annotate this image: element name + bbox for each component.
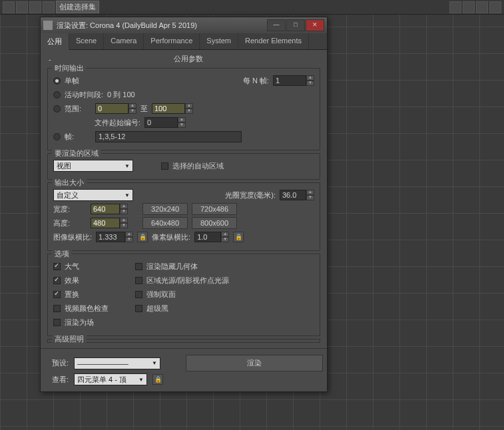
tab-common[interactable]: 公用 [41, 33, 69, 50]
label-width: 宽度: [53, 204, 87, 214]
aperture-input[interactable] [280, 190, 306, 200]
toolbar-button[interactable] [476, 1, 488, 13]
tab-scene[interactable]: Scene [69, 33, 104, 49]
group-title: 时间输出 [52, 63, 87, 73]
tab-performance[interactable]: Performance [144, 33, 200, 49]
label-force-2sided: 强制双面 [146, 290, 176, 300]
pixel-aspect-input[interactable] [194, 232, 221, 242]
preset-dropdown[interactable]: ———————▼ [74, 357, 160, 369]
group-output-size: 输出大小 自定义▼ 光圈宽度(毫米): ▲▼ 宽度: ▲▼ 320x240 72… [47, 182, 320, 251]
maximize-button[interactable]: □ [286, 19, 305, 31]
spinner-file-start[interactable]: ▲▼ [144, 117, 186, 128]
app-icon [43, 21, 53, 30]
tab-bar: 公用 Scene Camera Performance System Rende… [41, 33, 327, 50]
checkbox-auto-region[interactable] [161, 162, 168, 170]
label-range-to: 至 [140, 104, 148, 114]
output-size-dropdown[interactable]: 自定义▼ [53, 189, 133, 201]
radio-frames[interactable] [53, 133, 61, 140]
label-aperture: 光圈宽度(毫米): [225, 190, 276, 200]
area-dropdown[interactable]: 视图▼ [53, 160, 133, 172]
view-dropdown[interactable]: 四元菜单 4 - 顶▼ [74, 373, 147, 385]
label-image-aspect: 图像纵横比: [53, 232, 92, 242]
collapse-icon: - [45, 55, 54, 63]
label-area-lights: 区域光源/阴影视作点光源 [146, 276, 229, 286]
range-from-input[interactable] [95, 103, 128, 114]
preset-800x600[interactable]: 800x600 [192, 217, 237, 229]
checkbox-video-color[interactable] [53, 305, 61, 312]
toolbar-button[interactable] [463, 1, 475, 13]
label-height: 高度: [53, 218, 87, 228]
rollout-title: 公用参数 [54, 54, 323, 64]
tab-render-elements[interactable]: Render Elements [238, 33, 309, 49]
lock-pixel-aspect[interactable]: 🔒 [233, 232, 244, 242]
spinner-image-aspect[interactable]: ▲▼ [96, 232, 133, 242]
group-title: 输出大小 [52, 178, 87, 188]
label-view: 查看: [45, 375, 69, 385]
toolbar-button[interactable] [43, 1, 55, 13]
tab-system[interactable]: System [200, 33, 238, 49]
checkbox-effects[interactable] [53, 277, 61, 284]
toolbar-button[interactable] [3, 1, 15, 13]
label-atmosphere: 大气 [65, 262, 131, 272]
spinner-range-from[interactable]: ▲▼ [95, 103, 136, 114]
label-preset: 预设: [45, 358, 69, 368]
spinner-range-to[interactable]: ▲▼ [152, 103, 193, 114]
preset-720x486[interactable]: 720x486 [192, 203, 237, 215]
group-title: 要渲染的区域 [52, 148, 101, 158]
toolbar-button[interactable] [29, 1, 41, 13]
close-button[interactable]: ✕ [306, 19, 324, 31]
tab-camera[interactable]: Camera [104, 33, 144, 49]
checkbox-hidden-geom[interactable] [135, 263, 142, 270]
label-active-segment: 活动时间段: [65, 90, 103, 100]
spinner-aperture[interactable]: ▲▼ [280, 190, 314, 200]
toolbar-button[interactable] [449, 1, 461, 13]
label-hidden-geom: 渲染隐藏几何体 [146, 262, 198, 272]
checkbox-atmosphere[interactable] [53, 263, 61, 270]
radio-range[interactable] [53, 105, 61, 112]
checkbox-displacement[interactable] [53, 291, 61, 298]
group-time-output: 时间输出 单帧 每 N 帧: ▲▼ 活动时间段: 0 到 100 范围: ▲▼ [47, 68, 320, 150]
main-toolbar: 创建选择集 [0, 0, 504, 15]
checkbox-area-lights[interactable] [135, 277, 142, 284]
height-input[interactable] [91, 218, 120, 228]
radio-active-segment[interactable] [53, 91, 61, 99]
spinner-width[interactable]: ▲▼ [91, 204, 128, 214]
checkbox-render-fields[interactable] [53, 319, 61, 326]
toolbar-button[interactable] [16, 1, 28, 13]
file-start-input[interactable] [144, 117, 178, 128]
label-pixel-aspect: 像素纵横比: [152, 232, 190, 242]
label-file-start: 文件起始编号: [95, 118, 140, 128]
label-auto-region: 选择的自动区域 [172, 161, 224, 171]
label-video-color: 视频颜色检查 [65, 304, 131, 314]
width-input[interactable] [91, 204, 120, 214]
spinner-pixel-aspect[interactable]: ▲▼ [194, 232, 229, 242]
lock-view[interactable]: 🔒 [152, 374, 163, 385]
image-aspect-input[interactable] [96, 232, 125, 242]
label-effects: 效果 [65, 276, 131, 286]
selection-set-dropdown[interactable]: 创建选择集 [56, 1, 99, 13]
spinner-height[interactable]: ▲▼ [91, 218, 128, 228]
minimize-button[interactable]: — [267, 19, 286, 31]
checkbox-super-black[interactable] [135, 305, 142, 312]
label-displacement: 置换 [65, 290, 131, 300]
label-frames: 帧: [65, 132, 91, 142]
titlebar[interactable]: 渲染设置: Corona 4 (DailyBuild Apr 5 2019) —… [41, 17, 327, 33]
label-render-fields: 渲染为场 [65, 318, 94, 327]
window-title: 渲染设置: Corona 4 (DailyBuild Apr 5 2019) [57, 21, 197, 31]
checkbox-force-2sided[interactable] [135, 291, 142, 298]
label-every-n: 每 N 帧: [243, 76, 269, 86]
every-n-input[interactable] [273, 75, 306, 86]
radio-single-frame[interactable] [53, 77, 61, 85]
label-active-range: 0 到 100 [107, 90, 135, 100]
frames-input[interactable] [95, 131, 242, 142]
footer: 预设: ———————▼ 渲染 查看: 四元菜单 4 - 顶▼ 🔒 [41, 348, 327, 391]
toolbar-button[interactable] [489, 1, 501, 13]
spinner-every-n[interactable]: ▲▼ [273, 75, 314, 86]
preset-320x240[interactable]: 320x240 [142, 203, 188, 215]
lock-image-aspect[interactable]: 🔒 [137, 232, 148, 242]
preset-640x480[interactable]: 640x480 [142, 217, 188, 229]
range-to-input[interactable] [152, 103, 185, 114]
render-setup-window: 渲染设置: Corona 4 (DailyBuild Apr 5 2019) —… [40, 17, 328, 392]
group-advanced-lighting: 高级照明 [47, 339, 320, 343]
render-button[interactable]: 渲染 [186, 355, 323, 371]
